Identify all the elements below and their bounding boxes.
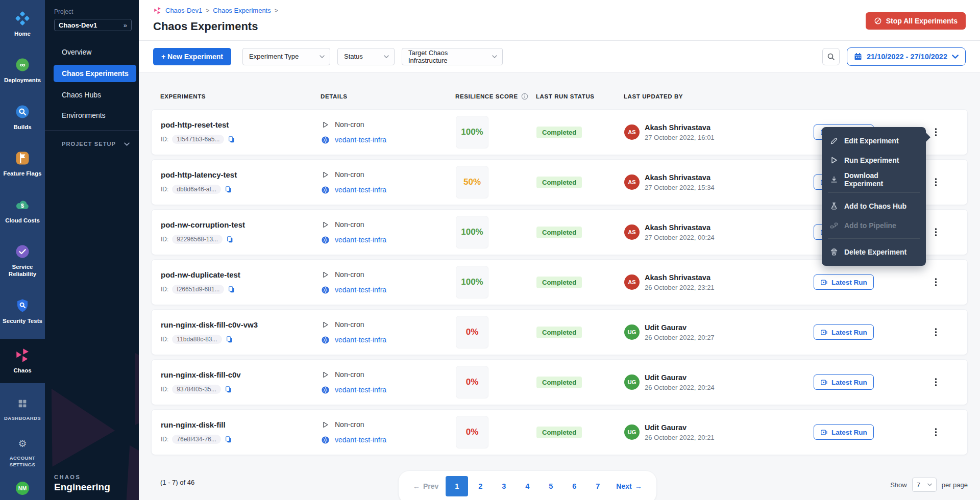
row-menu-kebab[interactable] [933,176,939,188]
chevron-down-icon [952,55,959,59]
page-number[interactable]: 1 [446,476,468,496]
experiment-name[interactable]: pod-http-reset-test [161,120,321,129]
row-menu-kebab[interactable] [933,376,939,388]
sidebar-item-feature-flags[interactable]: Feature Flags [0,145,45,183]
row-menu-kebab[interactable] [933,326,939,338]
experiment-name[interactable]: pod-http-latency-test [161,170,321,179]
nav-item-chaos-hubs[interactable]: Chaos Hubs [45,87,139,103]
experiment-name[interactable]: run-nginx-disk-fill-c0v-vw3 [161,320,321,329]
menu-item-download-experiment[interactable]: Download Experiment [822,170,926,189]
infrastructure-link[interactable]: vedant-test-infra [335,386,386,394]
latest-run-button[interactable]: Latest Run [814,424,874,440]
kubernetes-icon [321,136,330,144]
page-number[interactable]: 5 [540,476,562,496]
kubernetes-icon [321,386,330,394]
sidebar-item-label: Security Tests [3,317,42,324]
infrastructure-link[interactable]: vedant-test-infra [335,286,386,294]
page-title: Chaos Experiments [153,20,966,33]
row-menu-kebab[interactable] [933,426,939,438]
copy-icon[interactable] [226,236,234,243]
breadcrumb-link-experiments[interactable]: Chaos Experiments [213,7,271,14]
row-menu-kebab[interactable] [933,226,939,238]
infrastructure-link[interactable]: vedant-test-infra [335,186,386,194]
nav-item-chaos-experiments[interactable]: Chaos Experiments [54,65,136,82]
resilience-score-cell: 100% [456,216,536,248]
sidebar-item-home[interactable]: Home [0,5,45,43]
breadcrumb-link-project[interactable]: Chaos-Dev1 [165,7,202,14]
latest-run-button[interactable]: Latest Run [814,274,874,290]
copy-icon[interactable] [225,186,232,193]
sidebar-item-service-reliability[interactable]: Service Reliability [0,238,45,284]
experiment-name[interactable]: pod-nw-corruption-test [161,220,321,229]
sidebar-item-account-settings[interactable]: ⚙ ACCOUNT SETTINGS [0,431,45,472]
copy-icon[interactable] [228,286,235,293]
user-avatar: AS [624,224,640,240]
status-badge: Completed [536,177,582,188]
nav-item-overview[interactable]: Overview [45,44,139,60]
sidebar-item-cloud-costs[interactable]: $ Cloud Costs [0,192,45,230]
page-size-select[interactable]: 7 [912,478,937,492]
latest-run-button[interactable]: Latest Run [814,374,874,390]
resilience-score-box: 0% [456,366,488,398]
sidebar-item-label: Builds [13,123,31,131]
filter-status[interactable]: Status [337,48,395,65]
new-experiment-button[interactable]: + New Experiment [153,48,231,65]
page-number[interactable]: 7 [586,476,609,496]
stop-all-experiments-button[interactable]: Stop All Experiments [866,12,966,30]
filter-label: Experiment Type [249,53,299,60]
resilience-score-box: 100% [456,216,488,248]
copy-icon[interactable] [225,386,232,393]
page-number[interactable]: 4 [516,476,538,496]
latest-run-button[interactable]: Latest Run [814,324,874,340]
date-range-picker[interactable]: 21/10/2022 - 27/10/2022 [847,47,966,66]
resilience-score-cell: 0% [456,366,536,398]
user-profile-avatar[interactable]: NM [16,482,29,495]
cloud-costs-icon: $ [14,197,31,213]
page-number[interactable]: 6 [563,476,585,496]
sidebar-item-builds[interactable]: Builds [0,98,45,137]
page-number[interactable]: 2 [469,476,492,496]
menu-item-run-experiment[interactable]: Run Experiment [822,151,926,170]
copy-icon[interactable] [225,436,232,443]
sidebar-item-label: Chaos [13,367,31,374]
sidebar-item-chaos[interactable]: Chaos [0,339,45,383]
sidebar-item-dashboards[interactable]: DASHBOARDS [0,391,45,426]
filter-experiment-type[interactable]: Experiment Type [242,48,330,65]
filter-target-infrastructure[interactable]: Target Chaos Infrastructure [402,48,503,65]
row-menu-kebab[interactable] [933,276,939,288]
details-cell: Non-cron vedant-test-infra [321,370,456,394]
resilience-score-value: 0% [466,327,479,337]
experiment-name[interactable]: run-nginx-disk-fill [161,420,321,429]
collapse-icon[interactable]: » [124,21,127,29]
menu-item-edit-experiment[interactable]: Edit Experiment [822,131,926,151]
sidebar-item-deployments[interactable]: ∞ Deployments [0,52,45,90]
copy-icon[interactable] [226,336,233,343]
project-selector[interactable]: Chaos-Dev1 » [54,19,132,31]
last-updated-date: 26 October 2022, 20:27 [645,334,715,341]
infrastructure-link[interactable]: vedant-test-infra [335,336,386,344]
menu-item-add-to-chaos-hub[interactable]: Add to Chaos Hub [822,196,926,216]
info-icon[interactable] [521,93,528,100]
page-number[interactable]: 3 [493,476,515,496]
kubernetes-icon [321,236,330,244]
experiment-id-label: ID: [161,136,168,143]
infrastructure-link[interactable]: vedant-test-infra [335,436,386,444]
nav-item-environments[interactable]: Environments [45,108,139,123]
experiment-name[interactable]: run-nginx-disk-fill-c0v [161,370,321,379]
sidebar-item-security-tests[interactable]: Security Tests [0,292,45,331]
next-page-button[interactable]: Next → [610,482,648,490]
project-setup-section[interactable]: PROJECT SETUP [45,141,139,147]
search-button[interactable] [822,48,840,65]
status-cell: Completed [536,277,624,288]
experiment-id-label: ID: [161,286,168,293]
copy-icon[interactable] [228,136,235,143]
infrastructure-link[interactable]: vedant-test-infra [335,136,386,144]
experiment-name[interactable]: pod-nw-duplicate-test [161,270,321,279]
status-cell: Completed [536,127,624,138]
infrastructure-link[interactable]: vedant-test-infra [335,236,386,244]
row-menu-kebab[interactable] [933,126,939,138]
chevron-down-icon [124,142,130,146]
experiment-type: Non-cron [335,270,364,279]
menu-item-delete-experiment[interactable]: Delete Experiment [822,242,926,262]
prev-page-button[interactable]: ← Prev [407,482,445,490]
